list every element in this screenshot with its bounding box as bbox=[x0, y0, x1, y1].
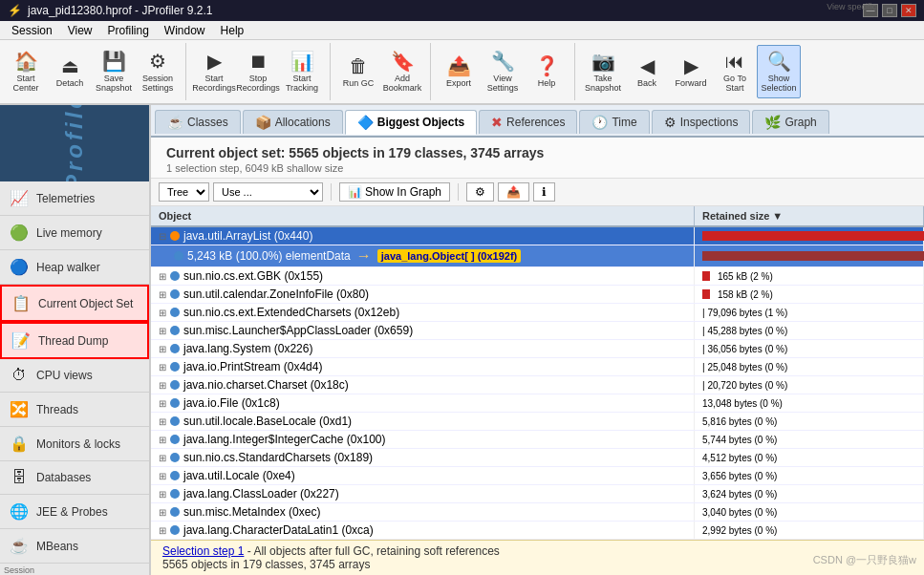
export-icon: 📤 bbox=[447, 54, 471, 77]
size-text: 165 kB (2 %) bbox=[718, 271, 773, 282]
object-dot bbox=[170, 489, 180, 499]
tab-biggest-objects[interactable]: 🔷 Biggest Objects bbox=[345, 110, 477, 135]
sidebar-item-databases[interactable]: 🗄 Databases bbox=[0, 461, 149, 495]
show-in-graph-button[interactable]: 📊 Show In Graph bbox=[339, 182, 450, 202]
expand-icon[interactable]: ⊞ bbox=[159, 380, 166, 391]
save-snapshot-button[interactable]: 💾 SaveSnapshot bbox=[92, 45, 136, 98]
maximize-button[interactable]: □ bbox=[882, 4, 897, 17]
expand-icon[interactable]: ⊞ bbox=[159, 435, 166, 445]
help-button[interactable]: ❓ Help bbox=[525, 45, 569, 98]
go-to-start-button[interactable]: ⏮ Go ToStart bbox=[713, 45, 757, 98]
add-bookmark-button[interactable]: 🔖 AddBookmark bbox=[380, 45, 424, 98]
take-snapshot-button[interactable]: 📷 TakeSnapshot bbox=[581, 45, 625, 98]
view-specific-label: View specific bbox=[827, 2, 876, 11]
tab-inspections[interactable]: ⚙ Inspections bbox=[652, 110, 751, 134]
menu-profiling[interactable]: Profiling bbox=[100, 22, 157, 39]
tab-allocations[interactable]: 📦 Allocations bbox=[243, 110, 343, 134]
sidebar-item-jee-probes[interactable]: 🌐 JEE & Probes bbox=[0, 495, 149, 529]
start-recordings-button[interactable]: ▶ StartRecordings bbox=[192, 45, 236, 98]
expand-icon[interactable]: ⊞ bbox=[159, 525, 166, 536]
table-row[interactable]: ⊞ sun.nio.cs.ext.GBK (0x155) 165 kB (2 %… bbox=[151, 267, 924, 286]
expand-icon[interactable]: ⊞ bbox=[159, 453, 166, 463]
size-cell: 158 kB (2 %) bbox=[695, 286, 924, 303]
tab-graph[interactable]: 🌿 Graph bbox=[752, 110, 828, 134]
view-mode-select[interactable]: Tree List Flat bbox=[159, 182, 209, 202]
expand-icon[interactable]: ⊞ bbox=[159, 344, 166, 354]
settings-btn[interactable]: ⚙ bbox=[466, 182, 494, 202]
forward-button[interactable]: ▶ Forward bbox=[669, 45, 713, 98]
sidebar-item-live-memory[interactable]: 🟢 Live memory bbox=[0, 216, 149, 250]
sidebar-item-heap-walker[interactable]: 🔵 Heap walker bbox=[0, 250, 149, 285]
table-row[interactable]: ⊞ sun.misc.Launcher$AppClassLoader (0x65… bbox=[151, 322, 924, 340]
table-row[interactable]: ⊞ java.nio.charset.Charset (0x18c) | 20,… bbox=[151, 376, 924, 394]
table-row[interactable]: ⊞ java.lang.System (0x226) | 36,056 byte… bbox=[151, 340, 924, 358]
retained-size-column-header: Retained size ▼ bbox=[695, 206, 924, 225]
telemetries-icon: 📈 bbox=[10, 189, 29, 207]
session-settings-button[interactable]: ⚙ SessionSettings bbox=[136, 45, 180, 98]
expand-icon[interactable]: ⊞ bbox=[159, 308, 166, 318]
info-btn[interactable]: ℹ bbox=[533, 182, 555, 202]
start-center-button[interactable]: 🏠 StartCenter bbox=[4, 45, 48, 98]
table-row[interactable]: ⊞ sun.nio.cs.ext.ExtendedCharsets (0x12e… bbox=[151, 304, 924, 322]
tab-references[interactable]: ✖ References bbox=[479, 110, 577, 134]
sidebar-monitors-locks-label: Monitors & locks bbox=[36, 437, 120, 451]
expand-icon[interactable]: ⊞ bbox=[159, 362, 166, 373]
detach-button[interactable]: ⏏ Detach bbox=[48, 45, 92, 98]
expand-icon[interactable]: ⊞ bbox=[159, 489, 166, 500]
object-dot bbox=[170, 326, 180, 335]
tab-graph-label: Graph bbox=[784, 116, 816, 129]
tab-classes[interactable]: ☕ Classes bbox=[155, 110, 241, 134]
view-settings-button[interactable]: 🔧 ViewSettings bbox=[481, 45, 525, 98]
object-dot bbox=[170, 380, 180, 390]
table-row[interactable]: ⊞ java.io.PrintStream (0x4d4) | 25,048 b… bbox=[151, 358, 924, 376]
table-row[interactable]: ⊞ sun.util.calendar.ZoneInfoFile (0x80) … bbox=[151, 286, 924, 304]
menu-window[interactable]: Window bbox=[157, 22, 213, 39]
table-row[interactable]: ⊞ java.util.Locale (0xe4) 3,656 bytes (0… bbox=[151, 467, 924, 485]
sidebar-item-threads[interactable]: 🔀 Threads bbox=[0, 393, 149, 427]
expand-icon[interactable]: ⊞ bbox=[159, 326, 166, 336]
references-tab-icon: ✖ bbox=[491, 115, 503, 130]
sidebar-item-mbeans[interactable]: ☕ MBeans bbox=[0, 529, 149, 564]
expand-icon[interactable]: ⊟ bbox=[159, 231, 166, 242]
stop-recordings-button[interactable]: ⏹ StopRecordings bbox=[236, 45, 280, 98]
sidebar-item-current-object-set[interactable]: 📋 Current Object Set bbox=[0, 285, 149, 322]
window-title: java_pid12380.hprof - JProfiler 9.2.1 bbox=[28, 4, 212, 17]
expand-icon[interactable]: ⊞ bbox=[159, 416, 166, 427]
export-button[interactable]: 📤 Export bbox=[437, 45, 481, 98]
table-row[interactable]: ⊞ java.lang.CharacterDataLatin1 (0xca) 2… bbox=[151, 522, 924, 540]
sidebar-item-cpu-views[interactable]: ⏱ CPU views bbox=[0, 359, 149, 393]
menu-help[interactable]: Help bbox=[213, 22, 252, 39]
expand-icon[interactable]: ⊞ bbox=[159, 507, 166, 518]
table-row[interactable]: ⊞ java.lang.ClassLoader (0x227) 3,624 by… bbox=[151, 485, 924, 503]
use-select[interactable]: Use ... Use retained size Use shallow si… bbox=[213, 182, 323, 202]
run-gc-button[interactable]: 🗑 Run GC bbox=[336, 45, 380, 98]
table-row[interactable]: ⊞ sun.misc.MetaIndex (0xec) 3,040 bytes … bbox=[151, 503, 924, 522]
selection-step-link[interactable]: Selection step 1 bbox=[162, 544, 244, 558]
close-button[interactable]: ✕ bbox=[901, 4, 916, 17]
table-row[interactable]: ⊞ java.io.File (0x1c8) 13,048 bytes (0 %… bbox=[151, 394, 924, 413]
show-selection-button[interactable]: 🔍 ShowSelection bbox=[757, 45, 801, 98]
expand-icon[interactable]: ⊞ bbox=[159, 289, 166, 300]
table-row[interactable]: ⊞ sun.util.locale.BaseLocale (0xd1) 5,81… bbox=[151, 413, 924, 431]
table-row[interactable]: ⊞ java.lang.Integer$IntegerCache (0x100)… bbox=[151, 431, 924, 449]
tab-time[interactable]: 🕐 Time bbox=[579, 110, 649, 134]
detach-icon: ⏏ bbox=[61, 54, 79, 77]
object-dot bbox=[170, 231, 180, 241]
table-row[interactable]: ⊞ sun.nio.cs.StandardCharsets (0x189) 4,… bbox=[151, 449, 924, 467]
table-row[interactable]: ⊟ java.util.ArrayList (0x440) 5,243 kB (… bbox=[151, 227, 924, 245]
sidebar-item-telemetries[interactable]: 📈 Telemetries bbox=[0, 181, 149, 216]
sidebar-item-thread-dump[interactable]: 📝 Thread Dump bbox=[0, 322, 149, 359]
expand-icon[interactable]: ⊞ bbox=[159, 271, 166, 282]
object-cell: ⊞ java.lang.System (0x226) bbox=[151, 340, 695, 357]
size-cell: 165 kB (2 %) bbox=[695, 267, 924, 285]
menu-session[interactable]: Session bbox=[4, 22, 60, 39]
sidebar-item-monitors-locks[interactable]: 🔒 Monitors & locks bbox=[0, 427, 149, 461]
export-btn[interactable]: 📤 bbox=[498, 182, 529, 202]
expand-icon[interactable]: ⊞ bbox=[159, 471, 166, 481]
menu-view[interactable]: View bbox=[60, 22, 100, 39]
start-tracking-button[interactable]: 📊 StartTracking bbox=[280, 45, 324, 98]
back-button[interactable]: ◀ Back bbox=[625, 45, 669, 98]
size-cell: | 25,048 bytes (0 %) bbox=[695, 358, 924, 375]
expand-icon[interactable]: ⊞ bbox=[159, 398, 166, 409]
table-row[interactable]: 5,243 kB (100.0%) elementData → java_lan… bbox=[151, 245, 924, 267]
